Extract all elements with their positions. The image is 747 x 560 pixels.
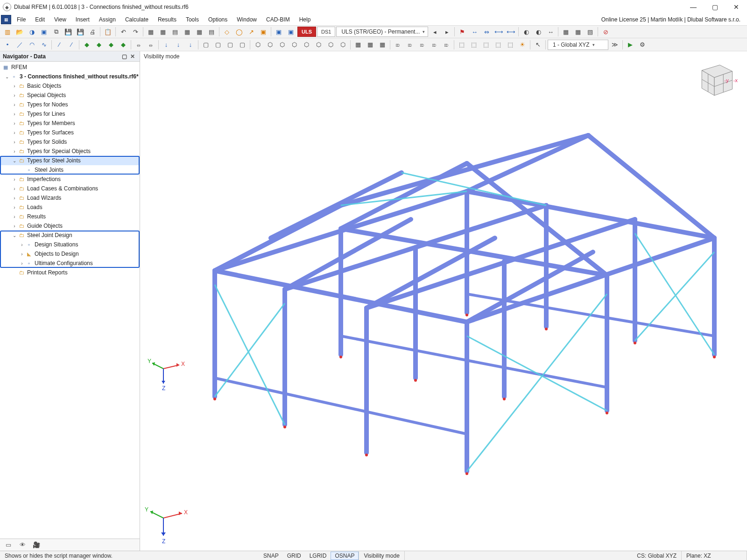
save-all-icon[interactable]: 💾 (75, 27, 86, 37)
clip-1-icon[interactable]: ◐ (521, 27, 532, 37)
extras-3-icon[interactable]: ⬡ (276, 40, 288, 50)
expand-icon[interactable]: › (19, 252, 25, 257)
surface-1-icon[interactable]: ◆ (81, 40, 92, 50)
tree-item-a6[interactable]: ›🗀Types for Solids (0, 137, 140, 147)
copy-model-icon[interactable]: ⧉ (50, 27, 62, 37)
view-2-icon[interactable]: ⬚ (468, 40, 479, 50)
status-osnap[interactable]: OSNAP (331, 552, 359, 560)
table-4-icon[interactable]: ▦ (182, 27, 193, 37)
tree-item-a3[interactable]: ›🗀Types for Lines (0, 109, 140, 119)
member-2-icon[interactable]: ∕ (66, 40, 77, 50)
panel-close-icon[interactable]: ✕ (128, 53, 137, 60)
render-3-icon[interactable]: ▧ (585, 27, 596, 37)
display-2-icon[interactable]: ▣ (285, 27, 296, 37)
menu-file[interactable]: File (12, 15, 30, 24)
surface-3-icon[interactable]: ◆ (106, 40, 117, 50)
close-button[interactable]: ✕ (726, 0, 747, 14)
solid-2-icon[interactable]: ▢ (212, 40, 224, 50)
tree-item-a5[interactable]: ›🗀Types for Surfaces (0, 128, 140, 137)
viewport[interactable]: Visibility mode -y -x (140, 51, 747, 551)
tree-item-b2[interactable]: ›🗀Load Wizards (0, 193, 140, 203)
expand-icon[interactable]: › (11, 196, 18, 201)
expand-icon[interactable]: › (11, 84, 18, 89)
tree-steel-joint-design[interactable]: ⌄ 🗀 Steel Joint Design (0, 231, 140, 240)
tree-item-b3[interactable]: ›🗀Loads (0, 203, 140, 212)
tree-printout-reports[interactable]: 🗀 Printout Reports (0, 268, 140, 277)
dim-x-icon[interactable]: ↔ (469, 27, 480, 37)
expand-icon[interactable]: › (11, 224, 18, 229)
dim-xxx-icon[interactable]: ⇔ (481, 27, 492, 37)
menu-window[interactable]: Window (232, 15, 261, 24)
status-lgrid[interactable]: LGRID (305, 552, 331, 560)
tree-steel-joints-child[interactable]: ▫ Steel Joints (0, 165, 140, 175)
tree-types-steel-joints[interactable]: ⌄ 🗀 Types for Steel Joints (0, 156, 140, 165)
expand-icon[interactable]: › (11, 149, 18, 154)
expand-icon[interactable]: › (19, 261, 25, 266)
member-1-icon[interactable]: ∕ (54, 40, 65, 50)
table-5-icon[interactable]: ▦ (194, 27, 205, 37)
delete-icon[interactable]: ⊘ (600, 27, 611, 37)
navigator-tree[interactable]: ▦ RFEM ⌄ ▫ 3 - Connections finished_with… (0, 62, 140, 539)
menu-tools[interactable]: Tools (181, 15, 204, 24)
minimize-button[interactable]: — (683, 0, 704, 14)
play-icon[interactable]: ▶ (625, 40, 636, 50)
footer-camera-icon[interactable]: 🎥 (31, 540, 42, 550)
expand-icon[interactable]: ⌄ (11, 233, 18, 238)
panel-dock-icon[interactable]: ▢ (120, 53, 128, 60)
surface-4-icon[interactable]: ◆ (118, 40, 129, 50)
status-snap[interactable]: SNAP (259, 552, 283, 560)
next-combo-icon[interactable]: ▸ (441, 27, 452, 37)
view-3-icon[interactable]: ⬚ (480, 40, 492, 50)
table-6-icon[interactable]: ▤ (206, 27, 217, 37)
extras-1-icon[interactable]: ⬡ (252, 40, 263, 50)
calc-2-icon[interactable]: ⎄ (404, 40, 416, 50)
extras-6-icon[interactable]: ⬡ (313, 40, 324, 50)
new-model-icon[interactable]: ▥ (2, 27, 13, 37)
view-5-icon[interactable]: ⬚ (505, 40, 516, 50)
footer-eye-icon[interactable]: 👁 (17, 540, 28, 550)
settings-icon[interactable]: ⚙ (637, 40, 648, 50)
table-3-icon[interactable]: ▤ (169, 27, 181, 37)
expand-icon[interactable]: › (19, 242, 25, 247)
expand-icon[interactable]: › (11, 102, 18, 107)
render-2-icon[interactable]: ▦ (572, 27, 584, 37)
undo-icon[interactable]: ↶ (118, 27, 129, 37)
expand-icon[interactable]: › (11, 112, 18, 117)
model-view[interactable]: X Y Z X Y Z (140, 51, 747, 551)
expand-icon[interactable]: › (11, 130, 18, 135)
support-2-icon[interactable]: ⏛ (145, 40, 156, 50)
menu-edit[interactable]: Edit (30, 15, 49, 24)
tree-item-b4[interactable]: ›🗀Results (0, 212, 140, 221)
tree-objects-to-design[interactable]: › ◣ Objects to Design (0, 249, 140, 259)
load-2-icon[interactable]: ↓ (173, 40, 184, 50)
view-1-icon[interactable]: ⬚ (456, 40, 467, 50)
tree-item-a0[interactable]: ›🗀Basic Objects (0, 81, 140, 91)
arc-icon[interactable]: ◠ (26, 40, 37, 50)
solid-4-icon[interactable]: ▢ (237, 40, 248, 50)
tree-item-b1[interactable]: ›🗀Load Cases & Combinations (0, 184, 140, 193)
menu-assign[interactable]: Assign (94, 15, 120, 24)
clipboard-icon[interactable]: 📋 (102, 27, 113, 37)
clip-3-icon[interactable]: ↔ (545, 27, 556, 37)
extras-5-icon[interactable]: ⬡ (301, 40, 312, 50)
tree-ultimate-config[interactable]: › ▫ Ultimate Configurations (0, 259, 140, 268)
expand-icon[interactable]: ⌄ (11, 158, 18, 163)
display-1-icon[interactable]: ▣ (273, 27, 284, 37)
mesh-1-icon[interactable]: ▦ (352, 40, 364, 50)
expand-icon[interactable]: › (11, 93, 18, 98)
expand-icon[interactable]: › (11, 186, 18, 191)
menu-cadbim[interactable]: CAD-BIM (261, 15, 295, 24)
render-1-icon[interactable]: ▦ (560, 27, 571, 37)
solid-1-icon[interactable]: ▢ (200, 40, 211, 50)
wizard-icon[interactable]: ▣ (38, 27, 49, 37)
expand-icon[interactable]: › (11, 177, 18, 182)
select-lasso-icon[interactable]: ◯ (233, 27, 245, 37)
select-poly-icon[interactable]: ◇ (221, 27, 233, 37)
redo-icon[interactable]: ↷ (130, 27, 141, 37)
tree-design-situations[interactable]: › ▫ Design Situations (0, 240, 140, 249)
menu-help[interactable]: Help (295, 15, 316, 24)
support-1-icon[interactable]: ⏛ (133, 40, 144, 50)
tree-item-b0[interactable]: ›🗀Imperfections (0, 175, 140, 184)
solid-3-icon[interactable]: ▢ (225, 40, 236, 50)
surface-2-icon[interactable]: ◆ (93, 40, 105, 50)
